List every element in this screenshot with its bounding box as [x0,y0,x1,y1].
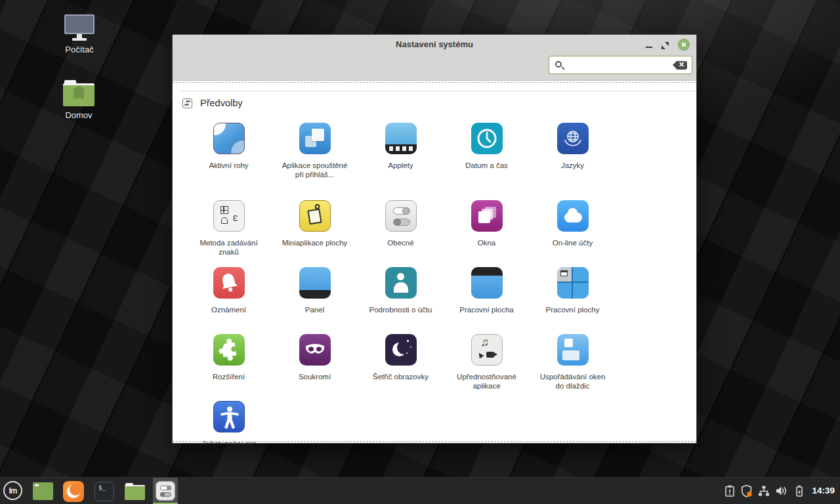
terminal-icon: $_ [94,482,114,501]
tile-label: On-line účty [553,238,593,247]
tile-label: Oznámení [211,305,246,314]
tile-notifications[interactable]: Oznámení [186,267,272,314]
desktop-icon-label: Počítač [47,45,112,54]
tile-applets[interactable]: Applety [358,123,444,179]
tile-account-details[interactable]: Podrobnosti o účtu [358,267,444,314]
notifications-icon [213,267,245,299]
tile-panel[interactable]: Panel [272,267,358,314]
desklets-icon [299,200,331,232]
file-manager-launcher[interactable] [125,481,146,502]
desktop-background: Počítač Domov Nastavení systému [0,0,840,504]
tile-label: Miniaplikace plochy [282,238,348,247]
tile-languages[interactable]: Jazyky [530,123,616,179]
tile-online-accounts[interactable]: On-line účty [530,200,616,257]
tile-input-method[interactable]: Ɛ Metoda zadávání znaků [186,200,272,257]
tile-label: Upřednostňované aplikace [452,372,522,390]
update-manager-tray-icon[interactable] [740,484,753,501]
tile-startup-applications[interactable]: Aplikace spouštěné při přihláš... [272,123,358,179]
tile-label: Metoda zadávání znaků [194,238,264,257]
tile-hot-corners[interactable]: Aktivní rohy [186,123,272,179]
tile-preferred-applications[interactable]: ♫ Upřednostňované aplikace [444,334,530,390]
firefox-launcher[interactable] [63,481,84,502]
tile-extensions[interactable]: Rozšíření [186,334,272,390]
network-tray-icon[interactable] [757,484,770,500]
windows-icon [471,200,503,232]
tile-windows[interactable]: Okna [444,200,530,257]
computer-icon [64,14,94,41]
firefox-icon [63,481,84,502]
desktop-settings-icon [471,267,503,299]
window-header: Nastavení systému [173,35,696,81]
extensions-icon [213,334,245,366]
preferences-icon [182,98,192,108]
general-icon [385,200,417,232]
clear-search-icon[interactable] [676,61,687,70]
home-folder-icon [63,80,94,106]
tile-label: Šetřič obrazovky [373,372,429,381]
tile-label: Panel [305,305,324,314]
account-details-icon [385,267,417,299]
privacy-icon [299,334,331,366]
volume-tray-icon[interactable] [774,484,788,500]
system-settings-icon [156,481,175,501]
section-title: Předvolby [200,98,242,108]
tile-label: Rozšíření [213,372,245,381]
minimize-button[interactable] [646,47,652,48]
section-separator [179,91,696,91]
system-settings-taskbar-button[interactable] [153,478,178,504]
reports-tray-icon[interactable] [723,484,736,500]
tile-date-time[interactable]: Datum a čas [444,123,530,179]
tile-label: Aplikace spouštěné při přihláš... [280,161,350,179]
desktop-icon-home[interactable]: Domov [46,80,112,120]
tile-label: Jazyky [561,161,584,170]
tile-desktop[interactable]: Pracovní plocha [444,267,530,314]
date-time-icon [471,123,503,154]
tile-label: Pracovní plochy [546,305,600,314]
tile-workspaces[interactable]: Pracovní plochy [530,267,616,314]
hot-corners-icon [213,123,245,154]
preferred-applications-icon: ♫ [471,334,503,366]
show-desktop-button[interactable] [33,481,54,502]
maximize-button[interactable] [662,42,669,49]
languages-icon [557,123,589,154]
terminal-launcher[interactable]: $_ [94,481,116,502]
search-box[interactable] [549,56,692,74]
power-tray-icon[interactable] [793,484,806,500]
accessibility-icon [213,401,245,432]
tile-label: Datum a čas [465,161,508,170]
desktop-icon-computer[interactable]: Počítač [47,14,112,54]
screensaver-icon [385,334,417,366]
input-method-icon: Ɛ [213,200,245,232]
tile-accessibility[interactable]: Zpřístupnění pro [186,401,272,443]
panel-icon [299,267,331,299]
search-icon [555,61,562,68]
tile-label: Obecné [387,238,413,247]
close-button[interactable] [678,39,690,51]
system-settings-window: Nastavení systému Předvolby [172,34,697,444]
startup-applications-icon [299,123,331,154]
file-manager-icon [125,483,145,500]
tile-label: Applety [388,161,413,170]
tile-screensaver[interactable]: Šetřič obrazovky [358,334,444,390]
taskbar-clock[interactable]: 14:39 [812,486,835,495]
show-desktop-icon [33,482,53,500]
scroll-undershoot-top [173,82,696,83]
tile-label: Uspořádávání oken do dlaždic [538,372,608,390]
settings-scroll-area[interactable]: Předvolby Aktivní rohy Aplikace spouštěn… [173,81,696,443]
tile-privacy[interactable]: Soukromí [272,334,358,390]
tile-general[interactable]: Obecné [358,200,444,257]
window-tiling-icon [557,334,589,366]
tile-label: Soukromí [299,372,331,381]
window-title: Nastavení systému [173,39,696,49]
online-accounts-icon [557,200,589,232]
tile-desklets[interactable]: Miniaplikace plochy [272,200,358,257]
search-input[interactable] [569,58,673,72]
workspaces-icon [557,267,589,299]
mint-logo-icon: lm [3,481,22,500]
scroll-undershoot-bottom [173,441,696,442]
tile-window-tiling[interactable]: Uspořádávání oken do dlaždic [530,334,616,390]
titlebar[interactable]: Nastavení systému [173,35,696,54]
mint-menu-button[interactable]: lm [3,481,24,502]
tile-label: Podrobnosti o účtu [369,305,432,314]
taskbar: lm $_ [0,477,840,504]
